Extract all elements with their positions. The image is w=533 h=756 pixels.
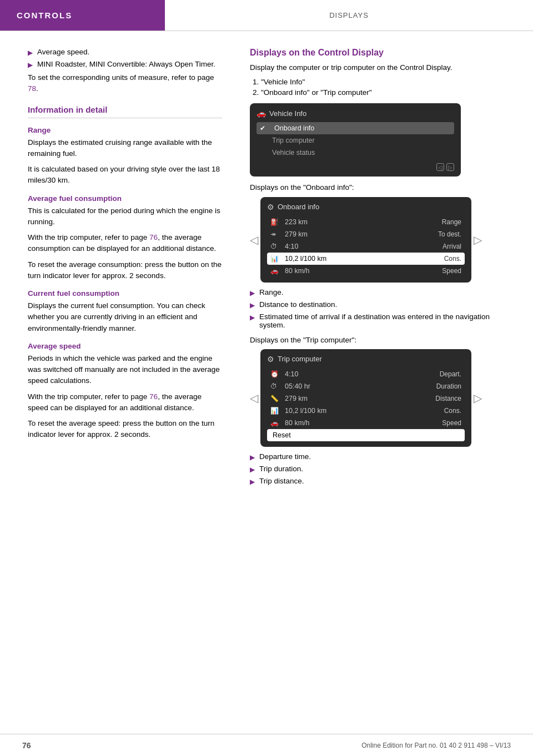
displays-tab: DISPLAYS [165,0,533,31]
step-1: "Vehicle Info" [261,78,516,86]
onboard-title-bar: ⚙ Onboard info [267,203,465,211]
range-p1: Displays the estimated cruising range av… [28,137,222,160]
trip-caption: Displays on the "Trip computer": [250,335,516,346]
page-number: 76 [22,741,31,750]
vehicle-info-title-bar: 🚗 Vehicle Info [257,109,454,118]
bullet-arrow-icon: ▶ [250,289,255,297]
dest-icon: ↠ [270,230,281,238]
avg-fuel-p1: This is calculated for the period during… [28,205,222,228]
vehicle-info-row-trip: Trip computer [257,134,454,147]
gear-icon: ⚙ [267,203,274,211]
trip-right-arrow-icon: ▷ [474,391,482,405]
trip-bullets: ▶ Departure time. ▶ Trip duration. ▶ Tri… [250,452,516,486]
nav-next-icon: ▷ [446,163,454,171]
range-icon: ⛽ [270,218,281,226]
vehicle-info-row-onboard: ✔ Onboard info [257,122,454,134]
units-note: To set the corresponding units of measur… [28,72,222,95]
vehicle-info-title: Vehicle Info [269,109,306,118]
onboard-bullet-3: ▶ Estimated time of arrival if a destina… [250,313,516,329]
onboard-bullet-3-text: Estimated time of arrival if a destinati… [259,313,516,329]
left-arrow-icon: ◁ [250,233,258,246]
units-page-link[interactable]: 78 [28,84,36,93]
footer-copyright: Online Edition for Part no. 01 40 2 911 … [361,742,511,749]
avg-fuel-p2: With the trip computer, refer to page 76… [28,232,222,255]
bullet-arrow-icon: ▶ [250,466,255,473]
trip-cons-icon: 📊 [270,407,281,415]
onboard-row-dest: ↠ 279 km To dest. [267,228,465,240]
bullet-mini-roadster-text: MINI Roadster, MINI Convertible: Always … [37,60,215,69]
current-fuel-p1: Displays the current fuel consumption. Y… [28,300,222,334]
trip-title: Trip computer [278,355,322,363]
checkmark-icon: ✔ [260,124,271,132]
bullet-avg-speed: ▶ Average speed. [28,48,222,57]
onboard-row-cons: 📊 10,2 l/100 km Cons. [267,253,465,265]
onboard-row-speed: 🚗 80 km/h Speed [267,265,465,277]
trip-row-reset: Reset [267,429,465,441]
trip-title-bar: ⚙ Trip computer [267,355,465,364]
controls-tab: CONTROLS [0,0,165,31]
information-heading: Information in detail [28,105,222,114]
trip-row-speed: 🚗 80 km/h Speed [267,417,465,429]
onboard-caption: Displays on the "Onboard info": [250,182,516,193]
trip-row-duration: ⏱ 05:40 hr Duration [267,380,465,392]
current-fuel-heading: Current fuel consumption [28,289,222,298]
main-content: ▶ Average speed. ▶ MINI Roadster, MINI C… [0,31,533,507]
page-header: CONTROLS DISPLAYS [0,0,533,31]
right-column: Displays on the Control Display Display … [239,42,533,496]
range-p2: It is calculated based on your driving s… [28,164,222,187]
onboard-bullet-2: ▶ Distance to destination. [250,300,516,309]
avg-speed-p1: Periods in which the vehicle was parked … [28,353,222,387]
trip-speed-icon: 🚗 [270,419,281,427]
avg-fuel-heading: Average fuel consumption [28,194,222,203]
intro-text: Display the computer or trip computer on… [250,62,516,73]
trip-gear-icon: ⚙ [267,355,274,364]
trip-computer-screen: ⚙ Trip computer ⏰ 4:10 Depart. ⏱ 05:40 h… [260,349,471,447]
trip-row-distance: 📏 279 km Distance [267,392,465,405]
trip-bullet-3: ▶ Trip distance. [250,477,516,486]
speed-icon: 🚗 [270,267,281,275]
page-footer: 76 Online Edition for Part no. 01 40 2 9… [0,734,533,756]
car-icon: 🚗 [257,109,266,118]
bullet-arrow-icon: ▶ [250,301,255,309]
trip-bullet-1: ▶ Departure time. [250,452,516,461]
displays-label: DISPLAYS [329,11,369,19]
avg-fuel-page-link[interactable]: 76 [149,233,158,241]
controls-label: CONTROLS [17,11,72,20]
trip-bullet-2: ▶ Trip duration. [250,465,516,473]
arrival-icon: ⏱ [270,243,281,250]
vehicle-info-screen: 🚗 Vehicle Info ✔ Onboard info Trip compu… [250,103,461,177]
step-2: "Onboard info" or "Trip computer" [261,88,516,97]
depart-icon: ⏰ [270,370,281,378]
avg-speed-p2: With the trip computer, refer to page 76… [28,391,222,414]
onboard-row-arrival: ⏱ 4:10 Arrival [267,240,465,253]
trip-bullet-1-text: Departure time. [259,452,311,461]
trip-row-depart: ⏰ 4:10 Depart. [267,368,465,380]
trip-left-arrow-icon: ◁ [250,391,258,405]
nav-prev-icon: ◁ [436,163,444,171]
onboard-bullet-1: ▶ Range. [250,288,516,297]
avg-speed-heading: Average speed [28,342,222,350]
duration-icon: ⏱ [270,382,281,390]
bullet-arrow-icon: ▶ [250,478,255,486]
onboard-title: Onboard info [278,203,319,211]
bullet-avg-speed-text: Average speed. [37,48,89,57]
onboard-bullet-2-text: Distance to destination. [259,300,337,309]
onboard-row-range: ⛽ 223 km Range [267,216,465,228]
trip-screen-wrapper: ◁ ⚙ Trip computer ⏰ 4:10 Depart. ⏱ 05:40… [250,349,516,447]
vehicle-info-row-status: Vehicle status [257,147,454,159]
avg-speed-page-link[interactable]: 76 [149,392,158,401]
onboard-bullets: ▶ Range. ▶ Distance to destination. ▶ Es… [250,288,516,329]
steps-list: "Vehicle Info" "Onboard info" or "Trip c… [250,78,516,97]
bullet-arrow-icon: ▶ [250,453,255,461]
distance-icon: 📏 [270,395,281,402]
trip-bullet-3-text: Trip distance. [259,477,304,486]
onboard-screen-wrapper: ◁ ⚙ Onboard info ⛽ 223 km Range ↠ 279 km… [250,197,516,283]
avg-speed-p3: To reset the average speed: press the bu… [28,418,222,441]
bullet-arrow-icon: ▶ [250,314,255,329]
bullet-arrow-icon: ▶ [28,49,33,57]
left-column: ▶ Average speed. ▶ MINI Roadster, MINI C… [0,42,239,496]
onboard-info-screen: ⚙ Onboard info ⛽ 223 km Range ↠ 279 km T… [260,197,471,283]
avg-fuel-p3: To reset the average consumption: press … [28,259,222,282]
onboard-bullet-1-text: Range. [259,288,284,297]
bullet-arrow-icon: ▶ [28,61,33,69]
